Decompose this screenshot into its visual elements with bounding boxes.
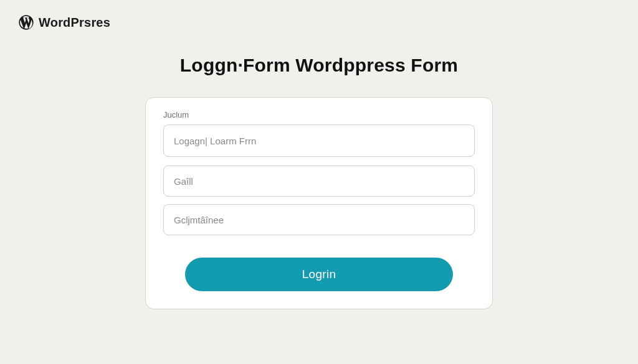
field3-input[interactable] [163, 204, 475, 235]
login-button[interactable]: Logrin [185, 258, 453, 291]
brand-name: WordPrsres [39, 16, 110, 30]
field2-input[interactable] [163, 166, 475, 197]
login-form-card: Juclum Logrin [145, 97, 493, 309]
field1-label: Juclum [163, 110, 475, 119]
wordpress-icon [17, 14, 35, 31]
field1-input[interactable] [163, 124, 475, 157]
page-title: Loggn·Form Wordppress Form [0, 55, 638, 76]
brand-logo: WordPrsres [17, 14, 110, 31]
